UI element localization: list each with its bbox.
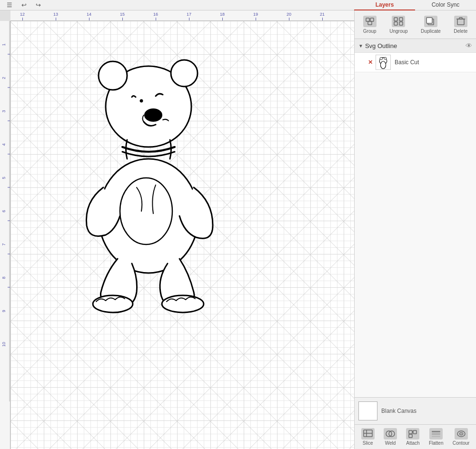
toolbar-icon-2[interactable]: ↩ xyxy=(18,0,30,11)
svg-outline-group[interactable]: ▼ Svg Outline 👁 xyxy=(355,39,476,53)
toolbar-icon-1[interactable]: ☰ xyxy=(4,0,15,11)
svg-rect-54 xyxy=(409,434,412,438)
svg-text:1: 1 xyxy=(1,43,6,46)
slice-button[interactable]: Slice xyxy=(359,427,377,447)
svg-point-23 xyxy=(145,109,162,121)
svg-rect-56 xyxy=(432,431,440,432)
layer-remove-x: ✕ xyxy=(368,59,373,66)
flatten-button[interactable]: Flatten xyxy=(427,427,446,447)
layer-visibility-eye[interactable]: 👁 xyxy=(466,42,472,49)
group-icon xyxy=(363,16,377,27)
svg-text:3: 3 xyxy=(1,110,6,112)
canvas-label-area: Blank Canvas xyxy=(355,397,476,424)
svg-rect-33 xyxy=(394,22,397,25)
canvas-grid[interactable] xyxy=(10,21,354,449)
svg-rect-57 xyxy=(432,433,440,435)
ruler-mark-14: 14 xyxy=(87,12,91,20)
attach-icon xyxy=(406,428,419,439)
ruler-mark-13: 13 xyxy=(53,12,58,20)
svg-rect-30 xyxy=(368,21,372,25)
attach-button[interactable]: Attach xyxy=(404,427,421,447)
tab-container: Layers Color Sync xyxy=(354,0,476,10)
ruler-mark-18: 18 xyxy=(220,12,225,20)
flatten-icon xyxy=(429,428,443,439)
svg-rect-58 xyxy=(432,436,440,437)
ruler-top: 12 13 14 15 16 17 18 19 20 21 xyxy=(10,10,354,21)
toolbar-icon-3[interactable]: ↪ xyxy=(32,0,44,11)
canvas-area: 12 13 14 15 16 17 18 19 20 21 1 2 3 4 5 xyxy=(0,10,354,449)
delete-icon xyxy=(454,16,467,27)
duplicate-button[interactable]: Duplicate xyxy=(417,14,445,36)
ruler-mark-21: 21 xyxy=(320,12,325,20)
delete-button[interactable]: Delete xyxy=(450,14,471,36)
svg-point-46 xyxy=(380,61,386,69)
svg-rect-31 xyxy=(394,18,397,21)
layer-thumbnail xyxy=(376,55,391,70)
svg-point-22 xyxy=(140,100,142,102)
svg-text:7: 7 xyxy=(1,243,6,245)
contour-icon xyxy=(455,428,468,439)
svg-point-21 xyxy=(171,60,198,87)
group-expand-arrow: ▼ xyxy=(358,43,363,49)
weld-button[interactable]: Weld xyxy=(382,427,399,447)
svg-text:9: 9 xyxy=(1,310,6,312)
ruler-mark-20: 20 xyxy=(287,12,291,20)
svg-rect-34 xyxy=(399,22,403,25)
svg-text:4: 4 xyxy=(1,143,6,146)
svg-text:2: 2 xyxy=(1,77,6,79)
ruler-mark-19: 19 xyxy=(253,12,258,20)
svg-point-44 xyxy=(384,57,387,59)
svg-rect-53 xyxy=(413,430,416,434)
svg-text:8: 8 xyxy=(1,276,6,279)
contour-button[interactable]: Contour xyxy=(451,427,472,447)
duplicate-icon xyxy=(424,16,437,27)
svg-rect-32 xyxy=(399,18,403,21)
pooh-drawing xyxy=(49,45,248,316)
layers-panel: ▼ Svg Outline 👁 ✕ Basic Cut xyxy=(355,39,476,397)
ruler-mark-16: 16 xyxy=(153,12,158,20)
ungroup-icon xyxy=(392,16,405,27)
bottom-panel-toolbar: Slice Weld xyxy=(355,424,476,449)
weld-icon xyxy=(384,428,397,439)
ruler-left: 1 2 3 4 5 6 7 8 9 10 xyxy=(0,21,10,449)
right-panel: Group Ungroup xyxy=(354,10,476,449)
ungroup-button[interactable]: Ungroup xyxy=(386,14,411,36)
main-area: 12 13 14 15 16 17 18 19 20 21 1 2 3 4 5 xyxy=(0,10,476,449)
svg-rect-36 xyxy=(426,18,432,23)
group-button[interactable]: Group xyxy=(359,14,380,36)
ruler-mark-15: 15 xyxy=(120,12,125,20)
svg-rect-29 xyxy=(370,18,374,21)
svg-text:6: 6 xyxy=(1,210,6,212)
top-toolbar: ☰ ↩ ↪ Layers Color Sync xyxy=(0,0,476,10)
svg-point-43 xyxy=(380,58,383,60)
svg-rect-28 xyxy=(366,18,369,21)
ruler-mark-17: 17 xyxy=(187,12,191,20)
slice-icon xyxy=(361,428,375,439)
ruler-mark-12: 12 xyxy=(20,12,25,20)
svg-text:5: 5 xyxy=(1,176,6,179)
blank-canvas-thumbnail xyxy=(358,401,377,420)
tab-color-sync[interactable]: Color Sync xyxy=(415,0,476,10)
tab-layers[interactable]: Layers xyxy=(354,0,415,10)
svg-point-25 xyxy=(120,178,172,244)
svg-point-20 xyxy=(99,61,127,90)
svg-rect-37 xyxy=(457,19,464,25)
svg-text:10: 10 xyxy=(1,342,6,347)
panel-toolbar: Group Ungroup xyxy=(355,10,476,39)
svg-rect-52 xyxy=(409,430,412,434)
svg-point-60 xyxy=(459,432,463,435)
basic-cut-layer-item[interactable]: ✕ Basic Cut xyxy=(355,53,476,72)
